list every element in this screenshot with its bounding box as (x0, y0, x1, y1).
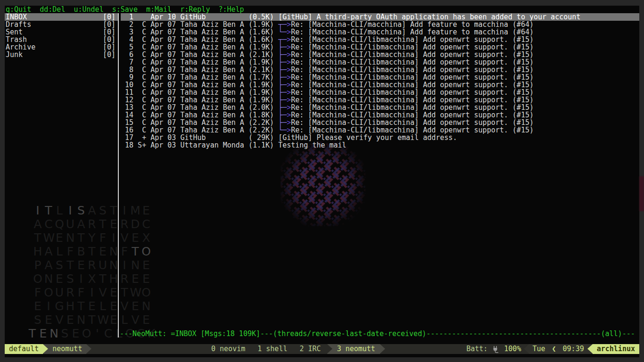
thread-arrow-icon: > (287, 104, 291, 111)
thread-arrow-icon: > (287, 96, 291, 104)
email-subject: Re: [Macchina-CLI/libmacchina] Add openw… (291, 66, 534, 74)
powerline-arrow-icon (524, 344, 529, 354)
mailbox-name: INBOX (6, 13, 27, 21)
email-meta: 13 C Apr 07 Taha Aziz Ben A (2.0K) (121, 104, 278, 111)
word-clock-row: ITLISASTIME (26, 204, 158, 217)
word-clock-row: ONESIXTHREE (26, 272, 158, 286)
clock-time: 09:39 (560, 344, 587, 354)
email-subject: Re: [Macchina-CLI/libmacchina] Add openw… (291, 104, 534, 111)
email-subject: Re: [Macchina-CLI/libmacchina] Add openw… (291, 74, 534, 81)
email-row[interactable]: 5 C Apr 07 Taha Aziz Ben A (1.9K) ├─>Re:… (121, 43, 639, 51)
email-row[interactable]: 1 Apr 10 GitHub (0.5K) [GitHub] A third-… (121, 13, 639, 21)
email-subject: Re: [Macchina-CLI/macchina] Add feature … (291, 21, 534, 28)
email-subject: Re: [Macchina-CLI/libmacchina] Add openw… (291, 81, 534, 89)
menu-key-hint: m:Mail (146, 6, 172, 14)
email-row[interactable]: 9 C Apr 07 Taha Aziz Ben A (1.7K) ├─>Re:… (121, 74, 639, 81)
email-row[interactable]: 11 C Apr 07 Taha Aziz Ben A (1.9K) ├─>Re… (121, 89, 639, 96)
menu-key-hint: u:Undel (74, 6, 103, 14)
tmux-window[interactable]: 0 neovim (206, 344, 250, 354)
word-clock-row: TWENTYFIVEX (26, 231, 158, 245)
thread-tree-icon: ├─ (278, 89, 287, 96)
email-meta: 16 C Apr 07 Taha Aziz Ben A (2.2K) (121, 126, 278, 134)
thread-arrow-icon: > (287, 126, 291, 134)
thread-tree-icon: ├─ (278, 104, 287, 111)
thread-arrow-icon: > (287, 89, 291, 96)
thread-arrow-icon: > (287, 58, 291, 66)
email-meta: 4 C Apr 07 Taha Aziz Ben A (1.6K) (121, 36, 278, 43)
email-meta: 8 C Apr 07 Taha Aziz Ben A (2.1K) (121, 66, 278, 74)
email-row[interactable]: 16 C Apr 07 Taha Aziz Ben A (2.2K) └─>Re… (121, 126, 639, 134)
tmux-window[interactable]: 1 shell (253, 344, 292, 354)
email-subject: Re: [Macchina-CLI/libmacchina] Add openw… (291, 89, 534, 96)
mailbox-count: [0] (103, 21, 116, 28)
thread-arrow-icon: > (287, 74, 291, 81)
sidebar-mailbox-trash[interactable]: Trash[0] (5, 36, 118, 43)
email-row[interactable]: 8 C Apr 07 Taha Aziz Ben A (2.1K) ├─>Re:… (121, 66, 639, 74)
email-row[interactable]: 10 C Apr 07 Taha Aziz Ben A (1.9K) ├─>Re… (121, 81, 639, 89)
email-row[interactable]: 18 S+ Apr 03 Uttarayan Monda (1.1K) Test… (121, 141, 639, 149)
tmux-status-right: Batt: 100% Tue ❮ 09:39 archlinux (463, 344, 639, 354)
email-row[interactable]: 4 C Apr 07 Taha Aziz Ben A (1.6K) ┬─>Re:… (121, 36, 639, 43)
thread-arrow-icon: > (287, 36, 291, 43)
sidebar-mailbox-junk[interactable]: Junk[0] (5, 51, 118, 58)
sidebar-mailbox-drafts[interactable]: Drafts[0] (5, 21, 118, 28)
email-row[interactable]: 12 C Apr 07 Taha Aziz Ben A (1.9K) ├─>Re… (121, 96, 639, 104)
thread-tree-icon: ├─ (278, 96, 287, 104)
neomutt-help-bar: q:Quitdd:Delu:Undels:Savem:Mailr:Reply?:… (6, 6, 253, 13)
thread-tree-icon: ├─ (278, 66, 287, 74)
thread-tree-icon: └─ (278, 126, 287, 134)
email-subject: Re: [Macchina-CLI/libmacchina] Add openw… (291, 51, 534, 58)
thread-arrow-icon: > (287, 119, 291, 126)
email-subject: [GitHub] A third-party OAuth application… (278, 13, 580, 21)
email-meta: 11 C Apr 07 Taha Aziz Ben A (1.9K) (121, 89, 278, 96)
email-meta: 17 + Apr 03 GitHub ( 29K) (121, 134, 278, 141)
mailbox-name: Drafts (6, 21, 31, 28)
sidebar-mailbox-archive[interactable]: Archive[0] (5, 43, 118, 51)
email-row[interactable]: 7 C Apr 07 Taha Aziz Ben A (1.9K) ├─>Re:… (121, 58, 639, 66)
email-meta: 7 C Apr 07 Taha Aziz Ben A (1.9K) (121, 58, 278, 66)
email-meta: 15 C Apr 07 Taha Aziz Ben A (2.2K) (121, 119, 278, 126)
email-row[interactable]: 14 C Apr 07 Taha Aziz Ben A (1.8K) ├─>Re… (121, 111, 639, 119)
wallpaper-edge-glow (639, 176, 644, 211)
menu-key-hint: dd:Del (40, 6, 65, 14)
sidebar-mailbox-inbox[interactable]: INBOX[0] (5, 13, 118, 21)
clock-section: Tue ❮ 09:39 (529, 344, 587, 354)
thread-tree-icon: ├─ (278, 119, 287, 126)
email-subject: Re: [Macchina-CLI/libmacchina] Add openw… (291, 58, 534, 66)
sidebar-mailbox-sent[interactable]: Sent[0] (5, 28, 118, 36)
email-subject: [GitHub] Please verify your email addres… (278, 134, 457, 141)
thread-tree-icon: ├─ (278, 58, 287, 66)
email-row[interactable]: 3 C Apr 07 Taha Aziz Ben A (1.6K) └─>Re:… (121, 28, 639, 36)
battery-label: Batt: (463, 344, 490, 354)
mailbox-count: [0] (103, 36, 116, 43)
email-row[interactable]: 13 C Apr 07 Taha Aziz Ben A (2.0K) ├─>Re… (121, 104, 639, 111)
mailbox-name: Sent (6, 28, 23, 36)
mailbox-name: Trash (6, 36, 27, 43)
menu-key-hint: ?:Help (218, 6, 244, 14)
thread-tree-icon: └─ (278, 28, 287, 36)
email-list: 1 Apr 10 GitHub (0.5K) [GitHub] A third-… (121, 13, 639, 149)
email-subject: Re: [Macchina-CLI/libmacchina] Add openw… (291, 43, 534, 51)
thread-arrow-icon: > (287, 43, 291, 51)
menu-key-hint: r:Reply (180, 6, 210, 14)
date-day: Tue (529, 344, 548, 354)
mailbox-name: Junk (6, 51, 23, 58)
tmux-window[interactable]: 2 IRC (295, 344, 325, 354)
email-meta: 1 Apr 10 GitHub (0.5K) (121, 13, 278, 21)
tmux-session-name[interactable]: default (5, 344, 43, 354)
menu-key-hint: s:Save (112, 6, 138, 14)
terminal-window: ITLISASTIMEACQUARTERDCTWENTYFIVEXHALFBTE… (5, 6, 639, 357)
wallpaper-word-clock: ITLISASTIMEACQUARTERDCTWENTYFIVEXHALFBTE… (26, 204, 158, 340)
email-meta: 10 C Apr 07 Taha Aziz Ben A (1.9K) (121, 81, 278, 89)
wallpaper-knot-pattern (281, 141, 365, 226)
thread-tree-icon: ├─ (278, 74, 287, 81)
email-subject: Re: [Macchina-CLI/libmacchina] Add openw… (291, 126, 534, 134)
email-row[interactable]: 6 C Apr 07 Taha Aziz Ben A (2.1K) ├─>Re:… (121, 51, 639, 58)
email-row[interactable]: 2 C Apr 07 Taha Aziz Ben A (1.9K) ┬─>Re:… (121, 21, 639, 28)
mailbox-name: Archive (6, 43, 35, 51)
email-row[interactable]: 15 C Apr 07 Taha Aziz Ben A (2.2K) ├─>Re… (121, 119, 639, 126)
mailbox-count: [0] (103, 28, 116, 36)
powerline-arrow-icon (86, 344, 91, 354)
tmux-window-active[interactable]: 3 neomutt (332, 344, 380, 354)
email-row[interactable]: 17 + Apr 03 GitHub ( 29K) [GitHub] Pleas… (121, 134, 639, 141)
